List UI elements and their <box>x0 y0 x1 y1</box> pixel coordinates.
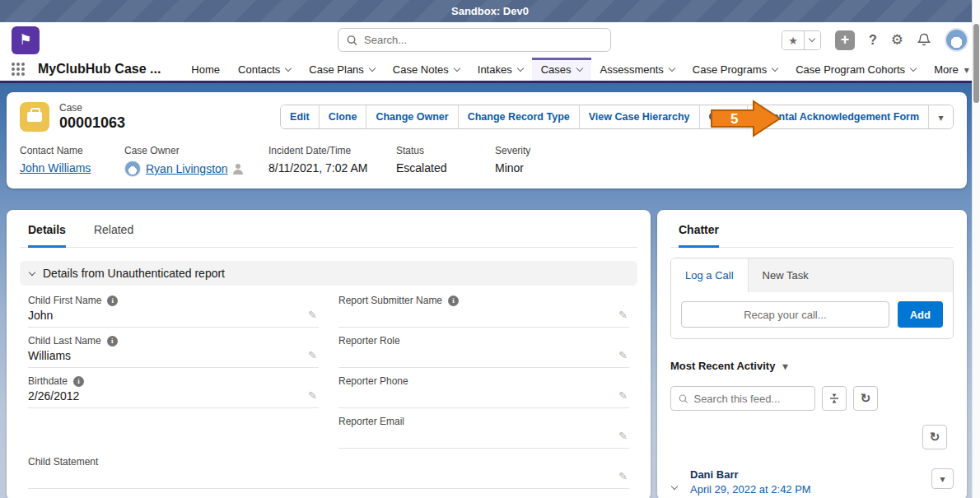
nav-item-case-programs[interactable]: Case Programs <box>684 58 786 81</box>
setup-gear-button[interactable] <box>891 31 903 49</box>
app-launcher-icon[interactable] <box>12 63 25 76</box>
header-actions <box>782 28 968 52</box>
global-header <box>0 22 980 58</box>
global-search[interactable] <box>338 28 611 52</box>
caret-down-icon <box>964 63 969 76</box>
view-case-hierarchy-button[interactable]: View Case Hierarchy <box>579 105 699 128</box>
tab-chatter[interactable]: Chatter <box>679 223 719 248</box>
pencil-icon <box>618 468 628 482</box>
collapse-all-button[interactable] <box>822 386 847 411</box>
chevron-down-icon <box>516 64 523 71</box>
inline-edit-button[interactable] <box>618 307 628 322</box>
help-button[interactable] <box>869 33 877 48</box>
sandbox-banner-label: Sandbox: Dev0 <box>451 5 529 17</box>
field-reporter-phone: Reporter Phone <box>338 368 629 408</box>
info-icon[interactable]: i <box>107 296 118 306</box>
nav-item-intakes[interactable]: Intakes <box>469 58 532 81</box>
caret-down-icon <box>782 359 787 372</box>
feed-search[interactable] <box>670 386 815 411</box>
field-child-first-name: Child First Namei John <box>28 287 319 328</box>
search-icon <box>679 393 688 404</box>
change-owner-icon[interactable] <box>233 164 243 174</box>
field-child-statement: Child Statement <box>28 449 629 489</box>
nav-item-contacts[interactable]: Contacts <box>229 58 300 81</box>
info-icon[interactable]: i <box>107 336 118 347</box>
feed-item-menu-button[interactable] <box>931 468 954 489</box>
chevron-down-icon <box>809 35 815 42</box>
favorites-button[interactable] <box>782 31 804 49</box>
owner-avatar <box>124 161 141 177</box>
feed-search-input[interactable] <box>693 393 807 405</box>
notifications-bell-button[interactable] <box>917 33 931 47</box>
field-empty-cell <box>28 408 319 449</box>
annotation-arrow-5: 5 <box>711 99 782 138</box>
field-severity: Severity Minor <box>495 145 530 177</box>
tab-new-task[interactable]: New Task <box>749 258 823 292</box>
inline-edit-button[interactable] <box>618 468 628 483</box>
field-status: Status Escalated <box>396 145 495 177</box>
refresh-activity-button[interactable] <box>922 425 947 449</box>
flag-icon <box>19 31 31 49</box>
call-recap-input[interactable] <box>681 301 889 328</box>
tab-log-a-call[interactable]: Log a Call <box>671 258 749 292</box>
tab-details[interactable]: Details <box>28 223 66 248</box>
change-owner-button[interactable]: Change Owner <box>366 105 457 128</box>
scrollbar-thumb[interactable] <box>973 24 979 103</box>
field-report-submitter-name: Report Submitter Namei <box>338 287 629 328</box>
global-search-input[interactable] <box>364 34 602 46</box>
inline-edit-button[interactable] <box>308 347 317 362</box>
info-icon[interactable]: i <box>448 296 459 306</box>
pencil-icon <box>618 388 628 402</box>
feed-controls <box>670 386 954 411</box>
case-owner-link[interactable]: Ryan Livingston <box>146 162 228 175</box>
plus-icon <box>841 32 850 48</box>
contact-name-link[interactable]: John Williams <box>20 161 91 175</box>
chatter-card: Chatter Log a Call New Task Add Most Rec… <box>657 210 967 498</box>
feed-author[interactable]: Dani Barr <box>690 468 954 481</box>
chatter-publisher: Log a Call New Task Add <box>670 258 954 339</box>
publisher-tabs: Log a Call New Task <box>671 258 953 292</box>
refresh-feed-button[interactable] <box>853 386 878 411</box>
highlight-fields: Contact Name John Williams Case Owner Ry… <box>20 145 954 177</box>
search-icon <box>347 35 357 46</box>
app-name[interactable]: MyClubHub Case ... <box>38 62 161 77</box>
inline-edit-button[interactable] <box>618 428 628 443</box>
favorites-list-button[interactable] <box>804 31 820 49</box>
user-avatar[interactable] <box>945 28 968 52</box>
change-record-type-button[interactable]: Change Record Type <box>458 105 579 128</box>
field-reporter-email: Reporter Email <box>338 408 629 449</box>
annotation-number: 5 <box>730 111 738 127</box>
chevron-down-icon <box>285 64 292 71</box>
page-scrollbar[interactable] <box>972 0 980 498</box>
inline-edit-button[interactable] <box>618 347 628 362</box>
clone-button[interactable]: Clone <box>319 105 366 128</box>
detail-tabs: Details Related <box>20 221 637 248</box>
chevron-down-icon <box>576 64 582 71</box>
feed-sort-selector[interactable]: Most Recent Activity <box>670 359 954 372</box>
record-detail-card: Details Related Details from Unauthentic… <box>7 210 651 498</box>
nav-item-assessments[interactable]: Assessments <box>591 58 684 81</box>
add-button[interactable]: Add <box>898 301 943 328</box>
nav-item-cases[interactable]: Cases <box>532 58 591 81</box>
nav-item-home[interactable]: Home <box>182 58 229 81</box>
more-actions-dropdown-button[interactable] <box>928 105 953 128</box>
page-background: Case 00001063 Edit Clone Change Owner Ch… <box>0 83 980 498</box>
tab-related[interactable]: Related <box>94 223 133 247</box>
edit-button[interactable]: Edit <box>281 105 319 128</box>
chevron-down-icon <box>29 268 35 275</box>
chevron-down-icon[interactable] <box>671 483 678 490</box>
nav-item-case-program-cohorts[interactable]: Case Program Cohorts <box>786 58 925 81</box>
inline-edit-button[interactable] <box>308 388 317 403</box>
info-icon[interactable]: i <box>73 376 84 387</box>
nav-item-more[interactable]: More <box>925 58 978 81</box>
inline-edit-button[interactable] <box>308 307 317 322</box>
record-number: 00001063 <box>59 114 125 132</box>
feed-item: Dani Barr April 29, 2022 at 2:42 PM Task… <box>670 468 954 498</box>
field-reporter-role: Reporter Role <box>338 328 629 368</box>
global-actions-button[interactable] <box>835 30 855 50</box>
nav-item-case-plans[interactable]: Case Plans <box>300 58 383 81</box>
feed-timestamp-link[interactable]: April 29, 2022 at 2:42 PM <box>690 483 954 496</box>
section-details-from-unauthenticated-report[interactable]: Details from Unauthenticated report <box>20 261 637 286</box>
inline-edit-button[interactable] <box>618 388 628 403</box>
nav-item-case-notes[interactable]: Case Notes <box>384 58 469 81</box>
